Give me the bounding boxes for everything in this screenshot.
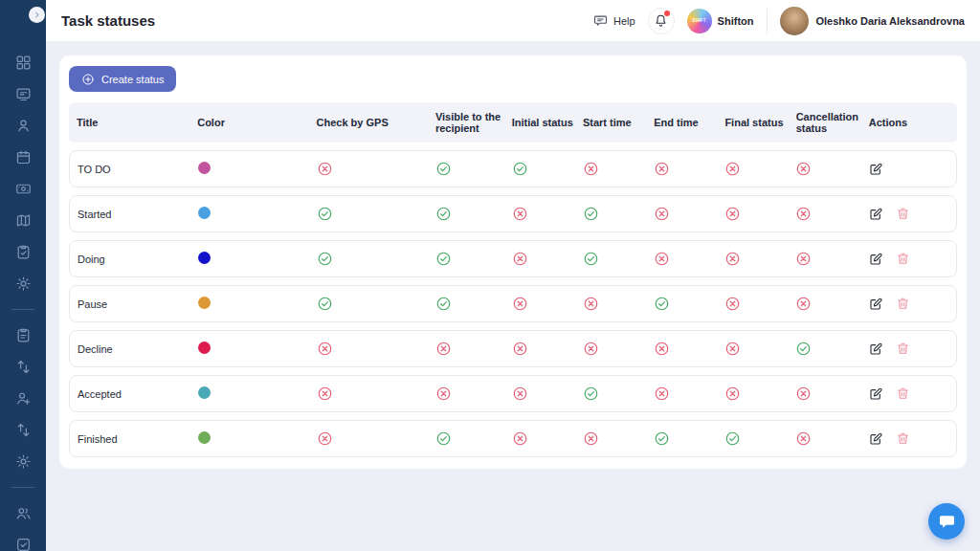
actions-cell [860, 297, 956, 312]
cross-circle-icon [724, 251, 741, 267]
cross-circle-icon [654, 206, 670, 222]
check-circle-icon [654, 296, 670, 312]
status-title: Pause [70, 298, 190, 310]
rotation-icon[interactable] [15, 422, 32, 438]
column-header: Initial status [504, 117, 575, 128]
cross-circle-icon [654, 341, 670, 357]
notifications-button[interactable] [648, 8, 675, 34]
edit-icon[interactable] [868, 386, 883, 402]
shift-exchange-icon[interactable] [15, 359, 32, 375]
brand-menu[interactable]: SHIFT Shifton [687, 9, 754, 33]
status-flag-cell [717, 161, 788, 177]
dashboard-icon[interactable] [15, 55, 32, 71]
sidebar-divider [11, 309, 34, 310]
status-color-cell [190, 297, 309, 311]
status-color-cell [190, 207, 309, 221]
staff-icon[interactable] [15, 390, 32, 407]
column-header: Start time [575, 117, 646, 128]
delete-icon[interactable] [896, 252, 910, 266]
cross-circle-icon [583, 341, 599, 357]
actions-cell [860, 162, 956, 177]
status-flag-cell [575, 296, 646, 312]
status-flag-cell [309, 341, 428, 357]
cross-circle-icon [583, 161, 599, 177]
edit-icon[interactable] [868, 252, 883, 267]
check-circle-icon [583, 251, 599, 267]
status-color-cell [190, 162, 309, 176]
cross-circle-icon [512, 251, 528, 267]
cross-circle-icon [795, 430, 812, 447]
check-circle-icon [435, 296, 452, 312]
column-header: Check by GPS [309, 117, 428, 128]
cross-circle-icon [724, 386, 741, 402]
delete-icon[interactable] [896, 207, 910, 221]
edit-icon[interactable] [868, 162, 883, 177]
column-header: Title [69, 117, 189, 128]
status-flag-cell [717, 386, 788, 402]
user-avatar [780, 7, 809, 35]
status-flag-cell [646, 296, 717, 312]
header: Task statuses Help SHIFT Shifton Oleshko… [46, 0, 980, 42]
create-status-button[interactable]: Create status [69, 66, 176, 92]
status-flag-cell [788, 251, 860, 267]
table-row: Pause [69, 285, 957, 322]
status-color-dot [198, 386, 211, 399]
edit-icon[interactable] [868, 342, 883, 357]
status-flag-cell [646, 341, 717, 357]
cross-circle-icon [654, 386, 670, 402]
status-flag-cell [309, 386, 428, 402]
edit-icon[interactable] [868, 207, 883, 222]
edit-icon[interactable] [868, 431, 883, 447]
delete-icon[interactable] [896, 342, 910, 356]
tasks-icon[interactable] [15, 244, 32, 260]
help-button[interactable]: Help [593, 13, 635, 28]
status-flag-cell [575, 430, 646, 447]
cross-circle-icon [317, 386, 333, 402]
status-flag-cell [504, 430, 575, 447]
status-flag-cell [504, 386, 575, 402]
user-menu[interactable]: Oleshko Daria Aleksandrovna [780, 7, 966, 35]
cross-circle-icon [654, 251, 670, 267]
delete-icon[interactable] [896, 386, 910, 401]
documents-icon[interactable] [15, 327, 32, 343]
status-flag-cell [575, 251, 646, 267]
status-title: Decline [70, 343, 190, 355]
chat-widget-button[interactable] [928, 503, 965, 540]
settings-icon[interactable] [15, 276, 32, 292]
calendar-icon[interactable] [15, 149, 32, 165]
cross-circle-icon [583, 430, 599, 447]
modules-icon[interactable] [15, 453, 32, 470]
table-row: Accepted [69, 375, 957, 412]
status-flag-cell [646, 430, 717, 447]
status-flag-cell [717, 430, 788, 447]
actions-cell [860, 252, 956, 267]
delete-icon[interactable] [896, 297, 910, 311]
sidebar-expand-button[interactable] [29, 7, 45, 23]
statuses-panel: Create status TitleColorCheck by GPSVisi… [59, 55, 967, 469]
community-icon[interactable] [15, 505, 32, 521]
status-flag-cell [575, 386, 646, 402]
main-content: Create status TitleColorCheck by GPSVisi… [46, 42, 980, 551]
checklist-icon[interactable] [15, 537, 32, 551]
edit-icon[interactable] [868, 297, 883, 312]
check-circle-icon [583, 386, 599, 402]
board-icon[interactable] [15, 86, 32, 102]
chevron-right-icon [33, 11, 41, 19]
status-color-cell [190, 252, 309, 266]
check-circle-icon [317, 251, 333, 267]
cross-circle-icon [317, 161, 333, 177]
status-color-cell [190, 431, 309, 446]
shifton-logo: SHIFT [687, 9, 712, 33]
status-flag-cell [309, 251, 428, 267]
status-color-dot [198, 252, 211, 264]
map-icon[interactable] [15, 212, 32, 229]
payroll-icon[interactable] [15, 181, 32, 197]
cross-circle-icon [512, 341, 528, 357]
page-title: Task statuses [61, 12, 155, 29]
status-color-cell [190, 386, 309, 401]
employee-icon[interactable] [15, 118, 32, 134]
delete-icon[interactable] [896, 431, 910, 446]
actions-cell [860, 342, 956, 357]
actions-cell [860, 431, 956, 447]
status-flag-cell [646, 386, 717, 402]
